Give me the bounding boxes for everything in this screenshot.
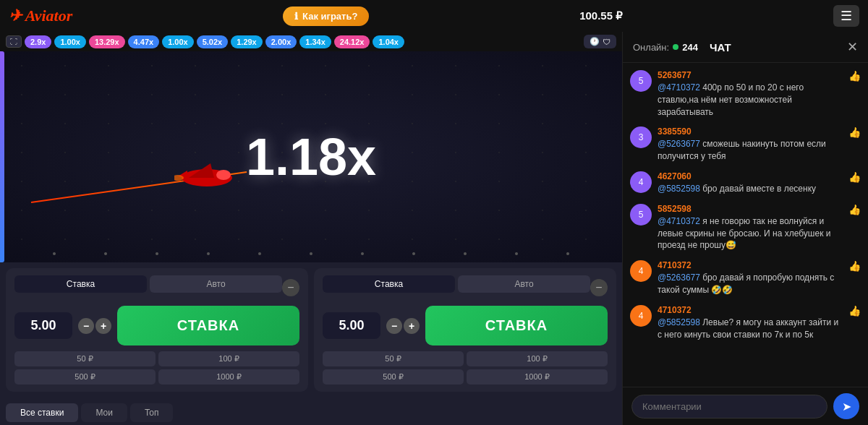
- mention: @5263677: [658, 139, 700, 149]
- message-body: 5852598 @4710372 я не говорю так не волн…: [658, 204, 843, 252]
- mult-pill: 1.29x: [231, 35, 263, 48]
- message-actions: 👍: [848, 260, 861, 272]
- menu-button[interactable]: ☰: [833, 5, 859, 27]
- grid-dots: [0, 252, 622, 255]
- like-button[interactable]: 👍: [848, 126, 861, 138]
- auto-tab-2[interactable]: Авто: [458, 275, 590, 293]
- bet-amount-2: 5.00: [323, 312, 380, 339]
- header: ✈ Aviator ℹ Как играть? 100.55 ₽ ☰: [0, 0, 868, 32]
- shield-icon: 🛡: [603, 38, 610, 46]
- like-button[interactable]: 👍: [848, 171, 861, 183]
- stavka-tab-1[interactable]: Ставка: [14, 275, 147, 293]
- online-indicator: Онлайн: 244: [633, 42, 698, 53]
- message-text: @4710372 400р по 50 и по 20 с него ставл…: [658, 82, 843, 118]
- logo-text: Aviator: [25, 7, 73, 25]
- how-to-play-label: Как играть?: [302, 11, 357, 22]
- bet-amount-1: 5.00: [14, 312, 72, 339]
- quick-100-1[interactable]: 100 ₽: [158, 351, 299, 366]
- avatar: 4: [630, 260, 652, 282]
- like-button[interactable]: 👍: [848, 70, 861, 82]
- mult-pill: 2.9x: [25, 35, 51, 48]
- chat-message: 4 4627060 @5852598 бро давай вместе в ле…: [630, 171, 861, 195]
- history-button[interactable]: 🕐 🛡: [584, 35, 616, 48]
- betting-panels: Ставка Авто − 5.00 − + СТАВКА: [6, 268, 616, 392]
- message-actions: 👍: [848, 126, 861, 138]
- increase-bet-1-button[interactable]: +: [95, 318, 111, 334]
- like-button[interactable]: 👍: [848, 305, 861, 317]
- chat-message: 4 4710372 @5263677 бро давай я попробую …: [630, 260, 861, 296]
- expand-button[interactable]: ⛶: [6, 35, 22, 48]
- decrease-bet-1-button[interactable]: −: [78, 318, 94, 334]
- bet-panel-2-tabs: Ставка Авто: [323, 275, 590, 293]
- mult-pill: 2.00x: [265, 35, 297, 48]
- increase-bet-2-button[interactable]: +: [404, 318, 420, 334]
- message-username: 4627060: [658, 171, 843, 181]
- all-bets-tab[interactable]: Все ставки: [6, 403, 78, 422]
- quick-1000-1[interactable]: 1000 ₽: [158, 369, 299, 385]
- quick-100-2[interactable]: 100 ₽: [467, 351, 608, 366]
- chat-close-button[interactable]: ✕: [847, 39, 858, 55]
- chat-message: 5 5852598 @4710372 я не говорю так не во…: [630, 204, 861, 252]
- message-username: 5852598: [658, 204, 843, 214]
- quick-50-2[interactable]: 50 ₽: [323, 351, 464, 366]
- stavka-tab-2[interactable]: Ставка: [323, 275, 455, 293]
- mention: @5852598: [658, 184, 700, 194]
- mult-pill: 5.02x: [197, 35, 229, 48]
- message-text: @5263677 бро давай я попробую поднять с …: [658, 272, 843, 296]
- bet-row-2: 5.00 − + СТАВКА: [323, 306, 608, 345]
- svg-marker-1: [189, 163, 214, 178]
- decrease-bet-2-button[interactable]: −: [386, 318, 402, 334]
- mult-pill: 1.00x: [162, 35, 194, 48]
- left-accent: [0, 51, 4, 262]
- chat-panel: Онлайн: 244 ЧАТ ✕ 5 5263677 @4710372 400…: [622, 32, 868, 425]
- mult-pill: 13.29x: [89, 35, 125, 48]
- message-actions: 👍: [848, 70, 861, 82]
- svg-point-3: [216, 170, 231, 180]
- chat-input[interactable]: [631, 395, 827, 418]
- avatar: 4: [630, 305, 652, 327]
- send-icon: ➤: [842, 400, 851, 413]
- like-button[interactable]: 👍: [848, 260, 861, 272]
- chat-message: 3 3385590 @5263677 сможешь накинуть пото…: [630, 126, 861, 163]
- multiplier-display: 1.18x: [246, 127, 376, 186]
- chat-messages: 5 5263677 @4710372 400р по 50 и по 20 с …: [623, 63, 868, 387]
- menu-icon: ☰: [841, 9, 852, 23]
- quick-1000-2[interactable]: 1000 ₽: [467, 369, 608, 385]
- bet-panel-1-tabs: Ставка Авто: [14, 275, 282, 293]
- avatar: 5: [630, 70, 652, 92]
- quick-500-1[interactable]: 500 ₽: [14, 369, 156, 385]
- collapse-panel-2-button[interactable]: −: [590, 279, 608, 296]
- bet-panel-1: Ставка Авто − 5.00 − + СТАВКА: [6, 268, 308, 392]
- bottom-tabs: Все ставки Мои Топ: [0, 398, 622, 425]
- chat-send-button[interactable]: ➤: [833, 393, 859, 419]
- mult-pill: 1.34x: [299, 35, 331, 48]
- my-bets-tab[interactable]: Мои: [81, 403, 127, 422]
- message-text: @5852598 Левые? я могу на аккаунт зайти …: [658, 317, 843, 341]
- place-bet-2-button[interactable]: СТАВКА: [425, 306, 608, 345]
- how-to-play-button[interactable]: ℹ Как играть?: [283, 7, 369, 26]
- online-count: 244: [682, 42, 698, 53]
- bet-row-1: 5.00 − + СТАВКА: [14, 306, 299, 345]
- logo-icon: ✈: [9, 7, 22, 25]
- message-body: 5263677 @4710372 400р по 50 и по 20 с не…: [658, 70, 843, 118]
- multiplier-bar: ⛶ 2.9x 1.00x 13.29x 4.47x 1.00x 5.02x 1.…: [0, 32, 622, 51]
- mention: @4710372: [658, 82, 700, 93]
- game-canvas: 1.18x: [0, 51, 622, 262]
- collapse-panel-1-button[interactable]: −: [282, 279, 299, 296]
- chat-title: ЧАТ: [710, 41, 731, 53]
- game-area: ⛶ 2.9x 1.00x 13.29x 4.47x 1.00x 5.02x 1.…: [0, 32, 622, 425]
- bet-panel-2: Ставка Авто − 5.00 − + СТАВКА: [314, 268, 616, 392]
- place-bet-1-button[interactable]: СТАВКА: [117, 306, 299, 345]
- quick-50-1[interactable]: 50 ₽: [14, 351, 156, 366]
- balance-display: 100.55 ₽: [579, 9, 623, 22]
- auto-tab-1[interactable]: Авто: [150, 275, 282, 293]
- online-dot: [673, 44, 678, 50]
- chat-message: 5 5263677 @4710372 400р по 50 и по 20 с …: [630, 70, 861, 118]
- mention: @4710372: [658, 216, 700, 226]
- message-body: 4710372 @5852598 Левые? я могу на аккаун…: [658, 305, 843, 341]
- like-button[interactable]: 👍: [848, 204, 861, 215]
- top-tab[interactable]: Топ: [130, 403, 174, 422]
- plane-icon: [174, 156, 239, 199]
- message-actions: 👍: [848, 171, 861, 183]
- quick-500-2[interactable]: 500 ₽: [323, 369, 464, 385]
